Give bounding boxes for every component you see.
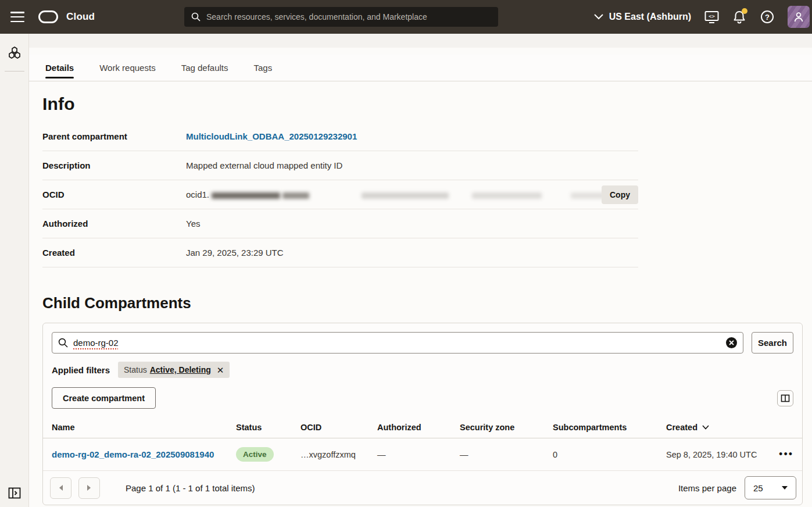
compartments-icon[interactable] — [0, 42, 29, 65]
redacted-ocid-segment — [362, 192, 449, 199]
next-page-button[interactable] — [78, 477, 100, 499]
row-actions-menu-icon[interactable]: ••• — [764, 448, 793, 460]
tab-details[interactable]: Details — [45, 55, 74, 81]
cloud-shell-button[interactable]: <> — [704, 9, 719, 24]
svg-text:<>: <> — [709, 13, 715, 19]
brand-label: Cloud — [66, 11, 95, 23]
compartment-search-input[interactable]: demo-rg-02 — [52, 332, 743, 354]
info-row-created: Created Jan 29, 2025, 23:29 UTC — [42, 238, 638, 267]
oracle-o-icon — [38, 10, 58, 23]
chip-value[interactable]: Active, Deleting — [150, 365, 211, 374]
column-status: Status — [236, 423, 301, 432]
region-selector[interactable]: US East (Ashburn) — [594, 12, 691, 22]
items-per-page-label: Items per page — [678, 483, 736, 493]
info-label: Authorized — [42, 219, 186, 228]
help-button[interactable]: ? — [760, 9, 775, 24]
cloud-shell-icon: <> — [704, 10, 719, 24]
tab-tags[interactable]: Tags — [254, 55, 273, 81]
info-row-parent-compartment: Parent compartment MulticloudLink_ODBAA_… — [42, 122, 638, 151]
global-search-placeholder: Search resources, services, documentatio… — [206, 12, 427, 22]
column-authorized: Authorized — [377, 423, 460, 432]
panel-expand-icon — [8, 487, 21, 499]
search-icon — [191, 12, 201, 22]
info-label: Parent compartment — [42, 131, 186, 141]
column-subcompartments: Subcompartments — [553, 423, 666, 432]
create-compartment-button[interactable]: Create compartment — [52, 387, 156, 409]
redacted-ocid-segment — [571, 192, 606, 199]
tab-tag-defaults[interactable]: Tag defaults — [181, 55, 228, 81]
column-ocid: OCID — [301, 423, 377, 432]
tab-work-requests[interactable]: Work requests — [99, 55, 155, 81]
redacted-ocid-segment — [212, 192, 280, 199]
pagination-summary: Page 1 of 1 (1 - 1 of 1 total items) — [126, 483, 255, 493]
column-name: Name — [52, 423, 236, 432]
clear-search-icon[interactable] — [726, 337, 737, 348]
items-per-page-select[interactable]: 25 — [745, 476, 796, 499]
main-content: Details Work requests Tag defaults Tags … — [29, 34, 812, 507]
items-per-page-value: 25 — [753, 483, 763, 493]
info-value: Yes — [186, 219, 200, 228]
svg-text:?: ? — [765, 13, 770, 22]
info-value: Mapped external cloud mapped entity ID — [186, 160, 342, 170]
info-row-authorized: Authorized Yes — [42, 209, 638, 238]
sort-chevron-icon — [702, 425, 709, 430]
scrolled-content-strip — [29, 34, 812, 48]
user-avatar[interactable] — [788, 6, 810, 28]
global-search-input[interactable]: Search resources, services, documentatio… — [184, 7, 498, 27]
cell-authorized: — — [377, 450, 460, 459]
decorative-banner — [29, 48, 812, 55]
table-row: demo-rg-02_demo-ra-02_202509081940 Activ… — [43, 438, 802, 471]
info-heading: Info — [42, 94, 812, 114]
top-navigation-bar: Cloud Search resources, services, docume… — [0, 0, 812, 34]
info-label: Created — [42, 248, 186, 258]
notifications-button[interactable] — [732, 9, 747, 24]
search-button[interactable]: Search — [752, 332, 793, 354]
region-label: US East (Ashburn) — [609, 12, 691, 22]
select-caret-icon — [782, 486, 788, 490]
remove-filter-icon[interactable]: ✕ — [217, 366, 224, 374]
redacted-ocid-segment — [282, 192, 309, 199]
collapse-panel-toggle[interactable] — [0, 483, 29, 504]
info-value: Jan 29, 2025, 23:29 UTC — [186, 248, 284, 258]
child-compartments-card: demo-rg-02 Search Applied filters Status… — [42, 323, 803, 505]
copy-ocid-button[interactable]: Copy — [602, 185, 638, 204]
info-row-ocid: OCID ocid1. Copy — [42, 180, 638, 209]
columns-icon — [781, 394, 790, 403]
cell-subcompartments: 0 — [553, 450, 666, 459]
previous-page-button[interactable] — [50, 477, 71, 499]
chevron-right-icon — [87, 484, 92, 491]
table-header-row: Name Status OCID Authorized Security zon… — [43, 417, 802, 438]
info-table: Parent compartment MulticloudLink_ODBAA_… — [42, 122, 638, 267]
status-badge: Active — [236, 447, 274, 462]
help-icon: ? — [760, 10, 774, 24]
applied-filters-row: Applied filters Status Active, Deleting … — [43, 354, 802, 378]
left-rail — [0, 34, 29, 507]
user-icon — [792, 10, 805, 23]
column-security-zone: Security zone — [460, 423, 553, 432]
notification-badge — [742, 8, 747, 14]
manage-columns-button[interactable] — [777, 390, 793, 406]
chevron-down-icon — [594, 14, 603, 20]
search-icon — [58, 338, 68, 348]
chevron-left-icon — [58, 484, 63, 491]
applied-filters-label: Applied filters — [52, 365, 110, 375]
rail-divider — [5, 71, 24, 72]
redacted-ocid-segment — [472, 192, 542, 199]
info-row-description: Description Mapped external cloud mapped… — [42, 151, 638, 180]
parent-compartment-link[interactable]: MulticloudLink_ODBAA_20250129232901 — [186, 131, 357, 141]
cell-security-zone: — — [460, 450, 553, 459]
cell-created: Sep 8, 2025, 19:40 UTC — [666, 450, 764, 459]
info-label: Description — [42, 160, 186, 170]
compartment-name-link[interactable]: demo-rg-02_demo-ra-02_202509081940 — [52, 449, 214, 459]
column-created-sort[interactable]: Created — [666, 423, 764, 432]
chip-prefix: Status — [124, 365, 147, 374]
ocid-value: ocid1. — [186, 190, 606, 199]
oracle-cloud-logo[interactable]: Cloud — [38, 10, 95, 23]
status-filter-chip[interactable]: Status Active, Deleting ✕ — [118, 362, 230, 378]
detail-tabs: Details Work requests Tag defaults Tags — [29, 55, 812, 81]
cell-ocid: …xvgzoffzxmq — [301, 450, 377, 459]
pagination-bar: Page 1 of 1 (1 - 1 of 1 total items) Ite… — [43, 471, 802, 505]
search-query-text: demo-rg-02 — [73, 338, 726, 348]
info-label: OCID — [42, 190, 186, 199]
hamburger-menu-icon[interactable] — [10, 12, 24, 22]
